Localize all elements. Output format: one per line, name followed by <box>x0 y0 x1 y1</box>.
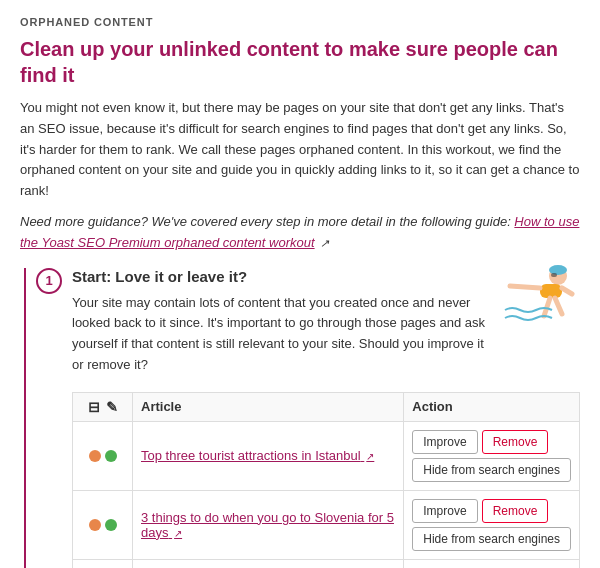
action-cell: Improve Remove Hide search engines <box>404 559 580 568</box>
svg-line-5 <box>562 288 572 294</box>
section-label: ORPHANED CONTENT <box>20 16 580 28</box>
guidance-text: Need more guidance? We've covered every … <box>20 212 580 254</box>
readability-icon: ⊟ <box>88 399 100 415</box>
th-status-icons: ⊟ ✎ <box>73 392 133 421</box>
th-action: Action <box>404 392 580 421</box>
articles-table: ⊟ ✎ Article Action <box>72 392 580 568</box>
readability-dot <box>89 519 101 531</box>
th-article: Article <box>133 392 404 421</box>
status-dots-cell <box>73 421 133 490</box>
external-icon: ↗ <box>174 528 182 539</box>
seo-dot <box>105 450 117 462</box>
step-number-badge: 1 <box>36 268 62 294</box>
remove-button[interactable]: Remove <box>482 499 549 523</box>
svg-line-4 <box>510 286 540 288</box>
hide-search-button[interactable]: Hide from search engines <box>412 458 571 482</box>
table-row: Top three tourist attractions in Istanbu… <box>73 421 580 490</box>
step-description: Your site may contain lots of content th… <box>72 293 492 376</box>
status-dots-cell <box>73 490 133 559</box>
table-row: 3 things to do when you go to Slovenia f… <box>73 490 580 559</box>
improve-button[interactable]: Improve <box>412 430 477 454</box>
improve-button[interactable]: Improve <box>412 499 477 523</box>
seo-dot <box>105 519 117 531</box>
svg-line-7 <box>555 298 562 314</box>
illustration <box>500 258 580 338</box>
article-cell: 3 things to do when you go to Slovenia f… <box>133 490 404 559</box>
external-icon: ↗ <box>366 451 374 462</box>
step-title: Start: Love it or leave it? <box>72 268 492 285</box>
svg-line-6 <box>544 298 550 316</box>
article-cell: Eat, travel, love ↗ <box>133 559 404 568</box>
hide-search-button[interactable]: Hide from search engines <box>412 527 571 551</box>
intro-text: You might not even know it, but there ma… <box>20 98 580 202</box>
article-link[interactable]: 3 things to do when you go to Slovenia f… <box>141 510 394 540</box>
external-link-icon: ↗ <box>320 237 329 249</box>
readability-dot <box>89 450 101 462</box>
remove-button[interactable]: Remove <box>482 430 549 454</box>
action-cell: Improve Remove Hide from search engines <box>404 490 580 559</box>
article-link[interactable]: Top three tourist attractions in Istanbu… <box>141 448 374 463</box>
status-dots-cell <box>73 559 133 568</box>
svg-rect-2 <box>551 273 557 277</box>
article-cell: Top three tourist attractions in Istanbu… <box>133 421 404 490</box>
seo-icon: ✎ <box>106 399 118 415</box>
action-cell: Improve Remove Hide from search engines <box>404 421 580 490</box>
table-row: Eat, travel, love ↗ Improve Remove Hide … <box>73 559 580 568</box>
main-title: Clean up your unlinked content to make s… <box>20 36 580 88</box>
